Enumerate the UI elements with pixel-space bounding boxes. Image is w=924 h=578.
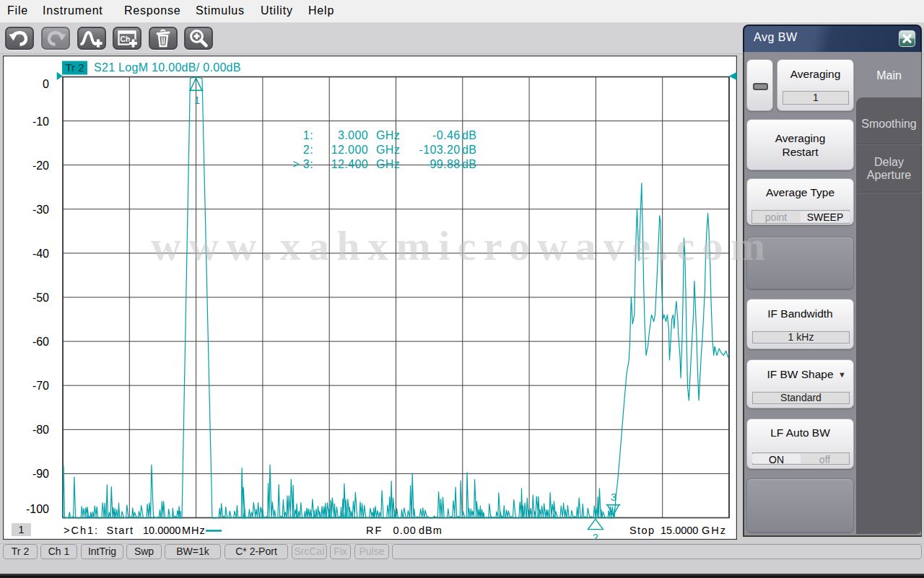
svg-text:2:: 2:	[303, 144, 313, 156]
svg-text:GHz: GHz	[376, 144, 400, 156]
svg-text:-10: -10	[32, 115, 49, 128]
svg-text:-50: -50	[32, 292, 49, 304]
svg-text:dB: dB	[462, 129, 476, 141]
svg-text:-60: -60	[32, 336, 49, 348]
svg-text:-99.88: -99.88	[426, 158, 461, 170]
svg-text:3: 3	[611, 491, 616, 503]
svg-text:Start: Start	[107, 525, 134, 536]
svg-text:12.000: 12.000	[331, 144, 368, 156]
svg-text:0: 0	[43, 78, 49, 90]
svg-text:MHz: MHz	[182, 525, 206, 536]
svg-text:dB: dB	[462, 158, 476, 170]
svg-text:Tr 2: Tr 2	[65, 61, 84, 74]
svg-text:-40: -40	[32, 248, 49, 260]
svg-text:10.0000: 10.0000	[143, 525, 180, 536]
svg-text:12.400: 12.400	[331, 158, 368, 170]
svg-text:GHz: GHz	[702, 525, 727, 536]
svg-text:15.0000: 15.0000	[661, 525, 698, 536]
svg-text:2: 2	[593, 532, 598, 540]
svg-text:GHz: GHz	[376, 129, 400, 141]
svg-text:-90: -90	[32, 468, 49, 480]
svg-text:-20: -20	[32, 159, 49, 172]
svg-text:1: 1	[18, 523, 24, 535]
svg-text:Ch: Ch	[121, 35, 131, 43]
svg-text:RF: RF	[366, 525, 383, 536]
svg-text:-30: -30	[32, 203, 49, 216]
svg-text:-100: -100	[26, 503, 49, 515]
svg-text:3.000: 3.000	[338, 129, 368, 141]
svg-text:-0.46: -0.46	[432, 129, 460, 141]
svg-text:Stop: Stop	[629, 525, 655, 536]
svg-text:GHz: GHz	[376, 158, 400, 170]
svg-text:dBm: dBm	[419, 525, 443, 536]
svg-text:-70: -70	[32, 380, 49, 392]
svg-text:> 3:: > 3:	[292, 158, 313, 170]
svg-text:S21 LogM 10.00dB/ 0.00dB: S21 LogM 10.00dB/ 0.00dB	[94, 61, 241, 74]
svg-text:dB: dB	[462, 144, 476, 156]
svg-text:0.00: 0.00	[393, 525, 417, 536]
svg-text:1: 1	[194, 95, 200, 106]
svg-text:-103.20: -103.20	[419, 144, 460, 156]
svg-text:1:: 1:	[303, 129, 313, 141]
svg-text:-80: -80	[32, 424, 49, 436]
svg-text:>Ch1:: >Ch1:	[64, 525, 99, 536]
